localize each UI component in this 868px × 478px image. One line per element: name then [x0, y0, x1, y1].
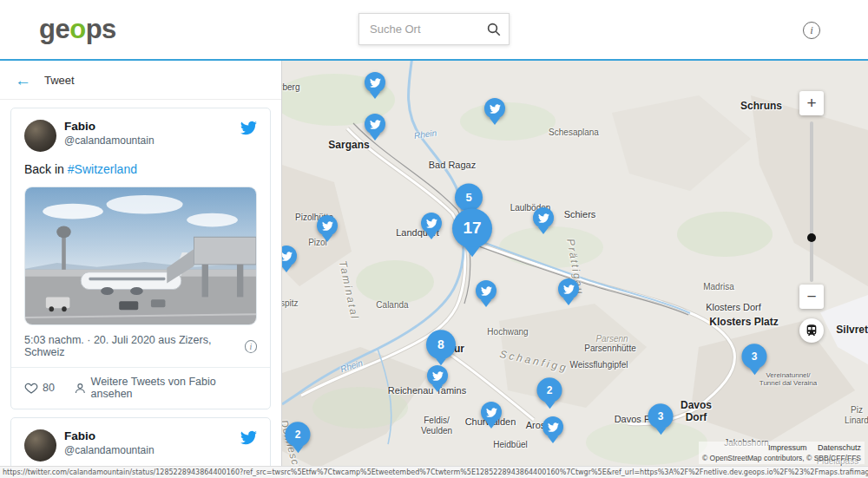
- tweet-marker[interactable]: [427, 365, 448, 386]
- airport-photo-illustration: [25, 187, 256, 324]
- tweet-cluster-marker[interactable]: 3: [648, 403, 674, 429]
- tweet-marker[interactable]: [484, 98, 505, 119]
- twitter-bird-icon: [282, 251, 293, 262]
- copyright-text: © OpenStreetMap contributors, © SBB/CFF/…: [702, 454, 861, 463]
- tweet-cluster-marker[interactable]: 8: [426, 330, 456, 359]
- divider: [11, 367, 270, 368]
- twitter-bird-icon: [538, 213, 549, 224]
- tweet-cluster-marker[interactable]: 5: [455, 183, 483, 211]
- tweet-cluster-marker[interactable]: 17: [452, 208, 492, 248]
- twitter-bird-icon: [486, 407, 497, 418]
- tweet-marker[interactable]: [421, 213, 442, 233]
- back-arrow-icon[interactable]: ←: [15, 72, 31, 88]
- tweet-cluster-marker[interactable]: 2: [286, 422, 311, 447]
- datenschutz-link[interactable]: Datenschutz: [818, 443, 861, 452]
- search-input[interactable]: [370, 23, 486, 36]
- heart-icon: [24, 381, 38, 395]
- tweet-author-handle[interactable]: @calandamountain: [64, 444, 155, 457]
- main-area: ← Tweet Fabio @calandamountain Back in #…: [0, 61, 868, 478]
- zoom-slider[interactable]: [810, 121, 813, 282]
- twitter-bird-icon: [370, 77, 381, 88]
- tweet-marker[interactable]: [533, 207, 554, 228]
- tweet-author-name[interactable]: Fabio: [64, 429, 155, 444]
- tweet-timestamp[interactable]: 5:03 nachm. · 20. Juli 2020 aus Zizers, …: [24, 334, 245, 358]
- tweet-text: Back in #Switzerland: [24, 161, 257, 177]
- logo-text: ps: [86, 14, 116, 44]
- twitter-bird-icon[interactable]: [240, 429, 257, 449]
- tweet-cluster-marker[interactable]: 3: [742, 344, 767, 369]
- tweet-marker[interactable]: [282, 246, 297, 266]
- zoom-in-button[interactable]: +: [799, 91, 824, 115]
- twitter-bird-icon: [322, 220, 333, 232]
- twitter-bird-icon: [432, 370, 444, 382]
- tweet-marker[interactable]: [365, 114, 385, 134]
- train-layer-button[interactable]: [799, 318, 824, 343]
- map-attribution: Impressum Datenschutz © OpenStreetMap co…: [699, 442, 865, 464]
- avatar[interactable]: [24, 429, 56, 462]
- tweet-author-block[interactable]: Fabio @calandamountain: [64, 120, 155, 147]
- hashtag-link[interactable]: #Switzerland: [68, 162, 137, 176]
- map[interactable]: erbergSargansRheinBad RagazSchrunsSchesa…: [282, 61, 868, 478]
- tweet-marker[interactable]: [476, 280, 496, 301]
- tweet-author-name[interactable]: Fabio: [64, 120, 155, 134]
- map-marker-layer: 58323217: [282, 61, 868, 478]
- status-url-bar: https://twitter.com/calandamountain/stat…: [0, 466, 868, 478]
- avatar[interactable]: [24, 120, 56, 152]
- zoom-out-button[interactable]: −: [799, 285, 824, 309]
- twitter-bird-icon: [563, 284, 575, 295]
- tweet-text-plain: Back in: [24, 162, 68, 176]
- like-button[interactable]: 80: [24, 381, 55, 395]
- zoom-slider-handle[interactable]: [807, 233, 816, 242]
- tweet-marker[interactable]: [481, 402, 502, 422]
- header-info-button[interactable]: i: [803, 22, 820, 39]
- logo-text: ge: [39, 14, 69, 44]
- tweet-card: Fabio @calandamountain Back in #Switzerl…: [10, 108, 271, 409]
- impressum-link[interactable]: Impressum: [768, 443, 807, 452]
- tweet-marker[interactable]: [365, 72, 385, 93]
- panel-title: Tweet: [44, 74, 75, 87]
- tweet-panel-header: ← Tweet: [0, 61, 281, 100]
- tweet-info-icon[interactable]: i: [245, 340, 257, 353]
- like-count: 80: [43, 382, 55, 394]
- search-icon[interactable]: [486, 22, 502, 37]
- tweet-author-handle[interactable]: @calandamountain: [64, 134, 155, 147]
- tweet-photo[interactable]: [24, 187, 257, 325]
- logo-text: o: [69, 14, 85, 44]
- tweet-marker[interactable]: [542, 416, 563, 437]
- tweet-sidebar: ← Tweet Fabio @calandamountain Back in #…: [0, 61, 282, 478]
- twitter-bird-icon: [426, 218, 437, 229]
- twitter-bird-icon[interactable]: [240, 120, 257, 140]
- search-box[interactable]: [358, 13, 510, 45]
- more-tweets-label: Weitere Tweets von Fabio ansehen: [91, 376, 257, 400]
- tweet-author-block[interactable]: Fabio @calandamountain: [64, 429, 155, 457]
- twitter-bird-icon: [548, 422, 559, 433]
- twitter-bird-icon: [370, 119, 381, 130]
- app-header: geops i: [0, 0, 868, 61]
- tweet-marker[interactable]: [558, 278, 579, 299]
- tweet-cluster-marker[interactable]: 2: [537, 377, 562, 403]
- twitter-bird-icon: [490, 103, 501, 115]
- train-icon: [805, 324, 819, 337]
- twitter-bird-icon: [481, 285, 492, 297]
- tweet-marker[interactable]: [317, 215, 338, 236]
- geops-logo[interactable]: geops: [39, 14, 116, 45]
- more-tweets-link[interactable]: Weitere Tweets von Fabio ansehen: [74, 376, 257, 400]
- person-icon: [74, 382, 87, 395]
